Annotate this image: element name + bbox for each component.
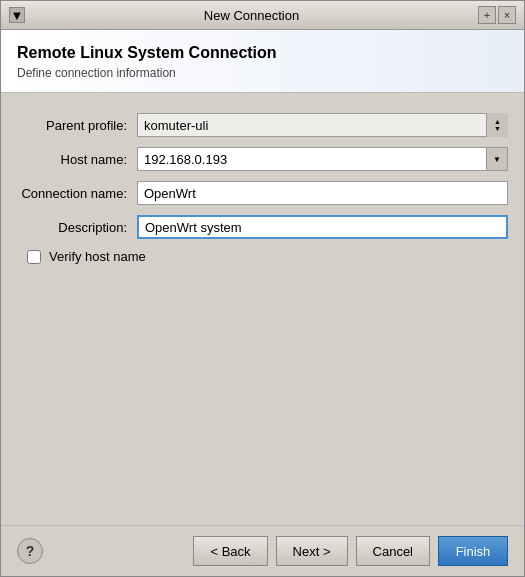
header-section: Remote Linux System Connection Define co… <box>1 30 524 93</box>
window-menu-icon: ▼ <box>11 8 24 23</box>
footer-buttons: < Back Next > Cancel Finish <box>193 536 508 566</box>
host-dropdown-button[interactable] <box>486 147 508 171</box>
titlebar-actions: + × <box>478 6 516 24</box>
connection-name-control <box>137 181 508 205</box>
titlebar: ▼ New Connection + × <box>1 1 524 30</box>
main-window: ▼ New Connection + × Remote Linux System… <box>0 0 525 577</box>
host-name-input[interactable] <box>137 147 508 171</box>
description-input[interactable] <box>137 215 508 239</box>
help-button[interactable]: ? <box>17 538 43 564</box>
connection-name-row: Connection name: <box>17 181 508 205</box>
back-button[interactable]: < Back <box>193 536 267 566</box>
window-title: New Connection <box>25 8 478 23</box>
next-button[interactable]: Next > <box>276 536 348 566</box>
window-add-button[interactable]: + <box>478 6 496 24</box>
connection-name-label: Connection name: <box>17 186 137 201</box>
verify-host-checkbox[interactable] <box>27 250 41 264</box>
page-subtitle: Define connection information <box>17 66 508 80</box>
description-row: Description: <box>17 215 508 239</box>
finish-button[interactable]: Finish <box>438 536 508 566</box>
description-control <box>137 215 508 239</box>
parent-profile-control: komuter-uli <box>137 113 508 137</box>
parent-profile-select[interactable]: komuter-uli <box>137 113 508 137</box>
host-name-control <box>137 147 508 171</box>
form-content: Parent profile: komuter-uli Host name: <box>1 93 524 525</box>
host-input-wrapper <box>137 147 508 171</box>
parent-profile-label: Parent profile: <box>17 118 137 133</box>
parent-profile-select-wrapper: komuter-uli <box>137 113 508 137</box>
parent-profile-row: Parent profile: komuter-uli <box>17 113 508 137</box>
window-close-button[interactable]: × <box>498 6 516 24</box>
verify-host-row: Verify host name <box>27 249 508 264</box>
connection-name-input[interactable] <box>137 181 508 205</box>
window-menu-button[interactable]: ▼ <box>9 7 25 23</box>
host-name-label: Host name: <box>17 152 137 167</box>
footer-left: ? <box>17 538 43 564</box>
cancel-button[interactable]: Cancel <box>356 536 430 566</box>
verify-host-label[interactable]: Verify host name <box>49 249 146 264</box>
titlebar-left: ▼ <box>9 7 25 23</box>
description-label: Description: <box>17 220 137 235</box>
page-title: Remote Linux System Connection <box>17 44 508 62</box>
footer: ? < Back Next > Cancel Finish <box>1 525 524 576</box>
host-name-row: Host name: <box>17 147 508 171</box>
